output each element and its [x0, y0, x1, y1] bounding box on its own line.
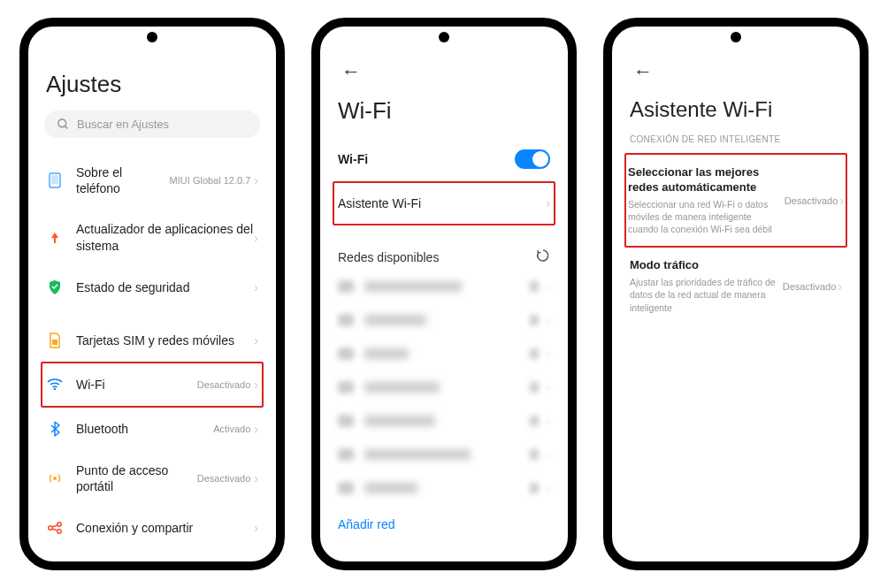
network-row[interactable]: ›: [336, 270, 552, 303]
row-auto-select-network[interactable]: Seleccionar las mejores redes automática…: [624, 153, 847, 248]
network-row[interactable]: ›: [336, 471, 552, 505]
phone-wifi-assistant: ← Asistente Wi-Fi CONEXIÓN DE RED INTELI…: [603, 18, 869, 570]
row-wifi-assistant[interactable]: Asistente Wi-Fi ›: [333, 181, 555, 225]
camera-notch: [439, 32, 449, 42]
available-networks-label: Redes disponibles: [338, 250, 536, 264]
phone-settings: Ajustes Buscar en Ajustes Sobre el teléf…: [19, 18, 285, 570]
chevron-right-icon: ›: [254, 333, 258, 347]
shield-icon: [46, 279, 64, 296]
svg-line-11: [52, 529, 57, 531]
chevron-right-icon: ›: [254, 173, 258, 187]
svg-point-7: [49, 526, 52, 530]
svg-rect-3: [51, 175, 58, 184]
svg-point-6: [53, 477, 57, 480]
svg-line-1: [65, 126, 67, 128]
share-label: Conexión y compartir: [76, 520, 254, 536]
phone-wifi: ← Wi-Fi Wi-Fi Asistente Wi-Fi › Redes di…: [311, 18, 577, 570]
row-wifi[interactable]: Wi-Fi Desactivado ›: [41, 362, 264, 408]
row-sim-cards[interactable]: Tarjetas SIM y redes móviles ›: [44, 319, 260, 362]
auto-select-value: Desactivado: [785, 195, 838, 206]
security-label: Estado de seguridad: [76, 279, 254, 295]
wifi-label: Wi-Fi: [76, 377, 197, 393]
chevron-right-icon: ›: [254, 280, 258, 294]
about-value: MIUI Global 12.0.7: [170, 175, 251, 186]
svg-point-0: [58, 119, 66, 127]
auto-select-desc: Seleccionar una red Wi-Fi o datos móvile…: [628, 198, 777, 236]
svg-point-5: [54, 388, 56, 390]
phone-icon: [46, 172, 64, 189]
traffic-title: Modo tráfico: [630, 258, 776, 273]
wifi-toggle[interactable]: [515, 149, 550, 169]
row-traffic-mode[interactable]: Modo tráfico Ajustar las prioridades de …: [628, 248, 844, 324]
hotspot-label: Punto de acceso portátil: [76, 462, 197, 494]
refresh-icon[interactable]: [536, 248, 550, 266]
chevron-right-icon: ›: [254, 521, 258, 535]
traffic-desc: Ajustar las prioridades de tráfico de da…: [630, 276, 776, 314]
back-button[interactable]: ←: [336, 57, 366, 87]
traffic-value: Desactivado: [783, 281, 837, 292]
page-title: Ajustes: [46, 71, 260, 98]
add-network-link[interactable]: Añadir red: [336, 505, 552, 535]
svg-rect-4: [52, 340, 57, 345]
network-row[interactable]: ›: [336, 438, 552, 471]
svg-line-10: [52, 525, 57, 527]
bluetooth-value: Activado: [213, 424, 250, 434]
chevron-right-icon: ›: [254, 231, 258, 245]
wifi-toggle-label: Wi-Fi: [338, 151, 515, 167]
network-row[interactable]: ›: [336, 337, 552, 370]
chevron-right-icon: ›: [254, 471, 258, 485]
svg-point-8: [57, 523, 61, 526]
search-icon: [57, 118, 70, 131]
chevron-right-icon: ›: [839, 194, 844, 208]
update-icon: [46, 229, 64, 247]
row-bluetooth[interactable]: Bluetooth Activado ›: [44, 408, 260, 450]
share-icon: [46, 519, 64, 537]
network-row[interactable]: ›: [336, 303, 552, 337]
chevron-right-icon: ›: [254, 422, 258, 436]
back-button[interactable]: ←: [628, 57, 658, 87]
chevron-right-icon: ›: [546, 196, 550, 210]
bluetooth-label: Bluetooth: [76, 421, 213, 437]
row-about-phone[interactable]: Sobre el teléfono MIUI Global 12.0.7 ›: [44, 152, 260, 209]
chevron-right-icon: ›: [254, 378, 258, 392]
wifi-icon: [46, 376, 64, 393]
chevron-right-icon: ›: [838, 279, 842, 294]
updater-label: Actualizador de aplicaciones del sistema: [76, 221, 254, 253]
page-title: Asistente Wi-Fi: [630, 97, 844, 122]
page-title: Wi-Fi: [338, 97, 552, 125]
network-row[interactable]: ›: [336, 404, 552, 438]
hotspot-icon: [46, 470, 64, 487]
hotspot-value: Desactivado: [197, 473, 251, 484]
camera-notch: [147, 32, 157, 42]
row-system-updater[interactable]: Actualizador de aplicaciones del sistema…: [44, 209, 260, 265]
about-label: Sobre el teléfono: [76, 164, 170, 196]
search-placeholder: Buscar en Ajustes: [77, 118, 169, 131]
search-input[interactable]: Buscar en Ajustes: [44, 111, 260, 138]
section-header: CONEXIÓN DE RED INTELIGENTE: [630, 134, 842, 144]
assistant-label: Asistente Wi-Fi: [338, 195, 546, 211]
row-security-status[interactable]: Estado de seguridad ›: [44, 266, 260, 309]
bluetooth-icon: [46, 420, 64, 438]
row-hotspot[interactable]: Punto de acceso portátil Desactivado ›: [44, 450, 260, 507]
sim-icon: [46, 332, 64, 349]
network-row[interactable]: ›: [336, 370, 552, 404]
wifi-value: Desactivado: [197, 379, 251, 390]
sim-label: Tarjetas SIM y redes móviles: [76, 332, 254, 348]
row-connection-sharing[interactable]: Conexión y compartir ›: [44, 507, 260, 549]
row-wifi-toggle[interactable]: Wi-Fi: [336, 137, 552, 181]
auto-select-title: Seleccionar las mejores redes automática…: [628, 165, 777, 195]
svg-point-9: [57, 530, 61, 533]
camera-notch: [731, 32, 741, 42]
